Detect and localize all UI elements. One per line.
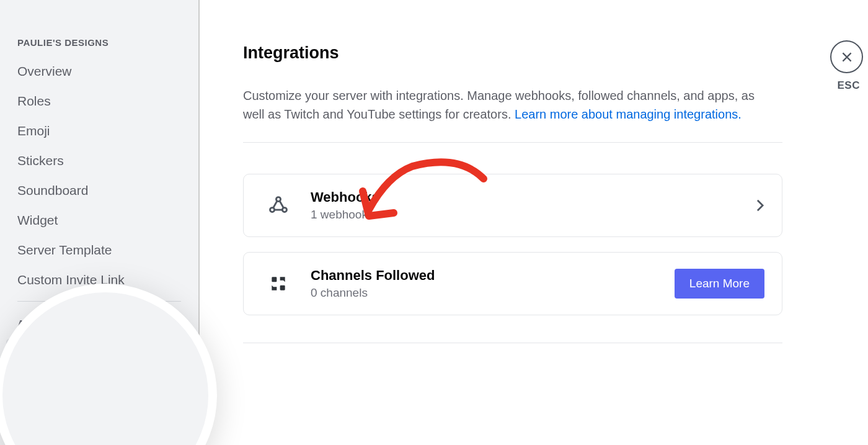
close-button[interactable] bbox=[830, 40, 863, 73]
sidebar-item-overview[interactable]: Overview bbox=[0, 56, 198, 86]
sidebar-item-custom-invite-link[interactable]: Custom Invite Link bbox=[0, 265, 198, 295]
channels-title: Channels Followed bbox=[311, 267, 660, 284]
sidebar-item-widget[interactable]: Widget bbox=[0, 205, 198, 235]
divider bbox=[243, 343, 782, 343]
svg-rect-3 bbox=[272, 277, 277, 282]
sidebar-item-stickers[interactable]: Stickers bbox=[0, 146, 198, 176]
sidebar-item-soundboard[interactable]: Soundboard bbox=[0, 176, 198, 205]
svg-rect-4 bbox=[280, 285, 285, 290]
svg-point-0 bbox=[276, 197, 280, 202]
main-content: Integrations Customize your server with … bbox=[200, 0, 868, 445]
page-title: Integrations bbox=[243, 43, 831, 63]
sidebar-divider bbox=[17, 301, 181, 302]
page-description: Customize your server with integrations.… bbox=[243, 86, 776, 124]
learn-more-button[interactable]: Learn More bbox=[675, 269, 764, 299]
sidebar-item-integrations[interactable]: Integrations bbox=[6, 339, 192, 369]
sidebar-item-roles[interactable]: Roles bbox=[0, 86, 198, 116]
channels-subtitle: 0 channels bbox=[311, 286, 660, 300]
close-icon bbox=[840, 50, 854, 64]
apps-section-header: APPS bbox=[0, 308, 198, 339]
channels-icon bbox=[261, 266, 296, 301]
server-name-header: PAULIE'S DESIGNS bbox=[0, 37, 198, 56]
divider bbox=[243, 142, 782, 143]
settings-sidebar: PAULIE'S DESIGNS Overview Roles Emoji St… bbox=[0, 0, 200, 445]
webhook-icon bbox=[261, 188, 296, 223]
webhooks-card-content: Webhooks 1 webhook bbox=[311, 189, 741, 222]
sidebar-item-emoji[interactable]: Emoji bbox=[0, 116, 198, 146]
chevron-right-icon bbox=[756, 199, 764, 212]
webhooks-title: Webhooks bbox=[311, 189, 741, 205]
webhooks-subtitle: 1 webhook bbox=[311, 208, 741, 222]
sidebar-item-server-template[interactable]: Server Template bbox=[0, 235, 198, 265]
learn-more-link[interactable]: Learn more about managing integrations. bbox=[515, 107, 742, 121]
esc-label: ESC bbox=[838, 79, 860, 92]
channels-followed-card[interactable]: Channels Followed 0 channels Learn More bbox=[243, 252, 782, 315]
channels-card-content: Channels Followed 0 channels bbox=[311, 267, 660, 300]
webhooks-card[interactable]: Webhooks 1 webhook bbox=[243, 174, 782, 237]
